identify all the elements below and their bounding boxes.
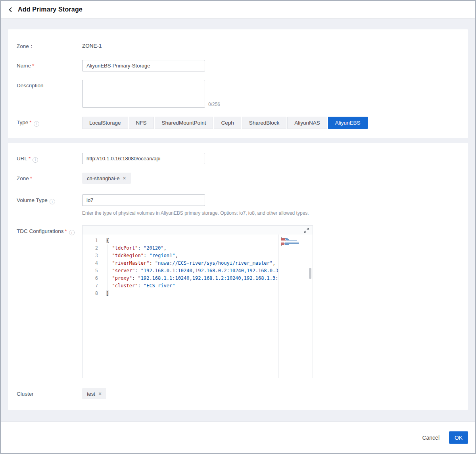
page-header: Add Primary Storage bbox=[1, 1, 475, 19]
required-asterisk: * bbox=[30, 175, 32, 181]
expand-icon[interactable] bbox=[304, 228, 309, 233]
info-icon: i bbox=[50, 199, 55, 204]
zone-display-row: Zone： ZONE-1 bbox=[17, 40, 459, 50]
name-input[interactable] bbox=[82, 60, 205, 71]
required-asterisk: * bbox=[29, 119, 31, 125]
code-line: "riverMaster": "nuwa://ECS-river/sys/hou… bbox=[106, 260, 278, 267]
type-option-ceph[interactable]: Ceph bbox=[214, 117, 241, 129]
description-label: Description bbox=[17, 80, 82, 89]
cluster-tags: test× bbox=[82, 388, 459, 399]
back-icon[interactable] bbox=[9, 7, 14, 12]
minimap bbox=[281, 237, 308, 246]
selected-tag: cn-shanghai-e× bbox=[82, 173, 131, 184]
code-line: "cluster": "ECS-river" bbox=[106, 282, 278, 290]
tdc-code-editor[interactable]: 12345678 { "tdcPort": "20120", "tdcRegio… bbox=[82, 225, 313, 378]
minimap-column bbox=[279, 235, 313, 378]
line-number: 3 bbox=[83, 252, 102, 260]
volume-type-label: Volume Typei bbox=[17, 194, 82, 204]
char-counter: 0/256 bbox=[208, 102, 220, 107]
code-line: { bbox=[106, 237, 278, 244]
volume-type-input[interactable] bbox=[82, 194, 205, 206]
add-primary-storage-page: Add Primary Storage Zone： ZONE-1 Name* D… bbox=[0, 0, 476, 454]
cancel-button[interactable]: Cancel bbox=[422, 435, 440, 441]
zone-select-row: Zone* cn-shanghai-e× bbox=[17, 173, 459, 184]
code-line: "tdcPort": "20120", bbox=[106, 244, 278, 252]
info-icon: i bbox=[34, 121, 39, 127]
url-row: URL*i bbox=[17, 153, 459, 164]
ok-button[interactable]: OK bbox=[449, 431, 468, 444]
description-textarea[interactable] bbox=[82, 80, 205, 108]
type-option-localstorage[interactable]: LocalStorage bbox=[82, 117, 128, 129]
type-option-nfs[interactable]: NFS bbox=[129, 117, 154, 129]
required-asterisk: * bbox=[65, 228, 67, 234]
line-number: 8 bbox=[83, 290, 102, 297]
line-number: 1 bbox=[83, 237, 102, 244]
name-row: Name* bbox=[17, 60, 459, 71]
editor-scrollbar[interactable] bbox=[309, 268, 311, 279]
line-number: 4 bbox=[83, 260, 102, 267]
type-row: Type*i LocalStorageNFSSharedMountPointCe… bbox=[17, 117, 459, 129]
remove-tag-icon[interactable]: × bbox=[98, 391, 102, 396]
line-number: 6 bbox=[83, 275, 102, 282]
line-number: 5 bbox=[83, 267, 102, 275]
zone-display-value: ZONE-1 bbox=[82, 40, 459, 49]
tdc-config-label: TDC Configurations*i bbox=[17, 225, 82, 235]
tag-label: test bbox=[87, 391, 95, 397]
line-number: 7 bbox=[83, 282, 102, 290]
type-options: LocalStorageNFSSharedMountPointCephShare… bbox=[82, 117, 459, 129]
code-line: } bbox=[106, 290, 278, 297]
zone-tags: cn-shanghai-e× bbox=[82, 173, 459, 184]
name-label: Name* bbox=[17, 60, 82, 69]
action-footer: Cancel OK bbox=[1, 421, 475, 453]
line-number: 2 bbox=[83, 244, 102, 252]
line-number-gutter: 12345678 bbox=[83, 235, 102, 378]
code-line: "tdcRegion": "region1", bbox=[106, 252, 278, 260]
info-icon: i bbox=[69, 230, 75, 235]
required-asterisk: * bbox=[29, 156, 31, 162]
cluster-row: Cluster test× bbox=[17, 388, 459, 399]
type-option-aliyunebs[interactable]: AliyunEBS bbox=[328, 117, 368, 129]
tag-label: cn-shanghai-e bbox=[87, 175, 119, 181]
volume-type-row: Volume Typei Enter the type of physical … bbox=[17, 194, 459, 216]
page-title: Add Primary Storage bbox=[18, 6, 83, 13]
type-option-sharedblock[interactable]: SharedBlock bbox=[242, 117, 287, 129]
info-icon: i bbox=[33, 157, 38, 163]
indent-guide bbox=[107, 244, 107, 290]
cluster-label: Cluster bbox=[17, 388, 82, 397]
zone-select-label: Zone* bbox=[17, 173, 82, 182]
description-row: Description 0/256 bbox=[17, 80, 459, 108]
code-content[interactable]: { "tdcPort": "20120", "tdcRegion": "regi… bbox=[102, 235, 279, 378]
url-label: URL*i bbox=[17, 153, 82, 163]
volume-type-hint: Enter the type of physical volumes in Al… bbox=[82, 210, 459, 216]
type-option-aliyunnas[interactable]: AliyunNAS bbox=[287, 117, 327, 129]
required-asterisk: * bbox=[32, 63, 34, 69]
code-line: "proxy": "192.168.1.1:10240,192.168.1.2:… bbox=[106, 275, 278, 282]
basic-info-card: Zone： ZONE-1 Name* Description 0/256 Typ… bbox=[8, 29, 468, 138]
code-line: "server": "192.168.0.1:10240,192.168.0.2… bbox=[106, 267, 278, 275]
remove-tag-icon[interactable]: × bbox=[123, 175, 126, 181]
editor-toolbar bbox=[83, 226, 313, 235]
url-input[interactable] bbox=[82, 153, 205, 164]
type-option-sharedmountpoint[interactable]: SharedMountPoint bbox=[155, 117, 213, 129]
ebs-detail-card: URL*i Zone* cn-shanghai-e× Volume Typei … bbox=[8, 143, 468, 410]
editor-body[interactable]: 12345678 { "tdcPort": "20120", "tdcRegio… bbox=[83, 235, 313, 378]
tdc-config-row: TDC Configurations*i 12345678 bbox=[17, 225, 459, 378]
type-label: Type*i bbox=[17, 117, 82, 127]
selected-tag: test× bbox=[82, 388, 106, 399]
zone-display-label: Zone： bbox=[17, 40, 82, 50]
